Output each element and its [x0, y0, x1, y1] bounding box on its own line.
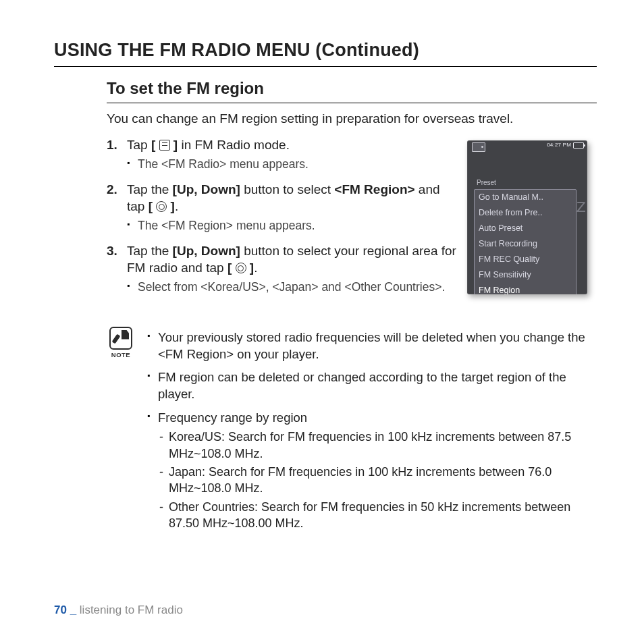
footer-section: listening to FM radio: [80, 603, 183, 616]
step-text: Tap the: [127, 182, 173, 196]
battery-icon: [573, 142, 584, 149]
status-time: 04:27 PM: [547, 142, 571, 149]
note-bullet: Your previously stored radio frequencies…: [147, 329, 597, 363]
section-heading: To set the FM region: [107, 78, 597, 103]
step-text: .: [175, 199, 178, 213]
step-number: 2.: [107, 181, 117, 198]
step-text: button to select: [240, 182, 334, 196]
bold-text: [Up, Down]: [173, 244, 240, 258]
step-text: .: [254, 261, 257, 275]
note-text: Frequency range by region: [158, 410, 307, 425]
sub-bullet: Select from <Korea/US>, <Japan> and <Oth…: [127, 279, 458, 296]
select-icon: [156, 201, 167, 212]
bold-text: [Up, Down]: [173, 182, 240, 196]
page-heading: USING THE FM RADIO MENU (Continued): [54, 38, 597, 67]
freq-range: Japan: Search for FM frequencies in 100 …: [169, 465, 552, 495]
menu-item: Auto Preset: [475, 221, 576, 236]
step-2: 2. Tap the [Up, Down] button to select <…: [107, 181, 458, 234]
intro-text: You can change an FM region setting in p…: [107, 110, 597, 128]
sub-bullet: The <FM Radio> menu appears.: [127, 157, 458, 173]
menu-item: FM Sensitivity: [475, 267, 576, 283]
menu-icon: [159, 140, 170, 151]
step-text: in FM Radio mode.: [178, 138, 290, 152]
dash-line: Korea/US: Search for FM frequencies in 1…: [159, 429, 597, 462]
step-number: 1.: [107, 136, 117, 154]
footer-sep: _: [67, 603, 80, 616]
note-bullet: Frequency range by region Korea/US: Sear…: [147, 410, 597, 531]
menu-item: Go to Manual M..: [475, 190, 576, 205]
menu-panel: Go to Manual M..Delete from Pre..Auto Pr…: [474, 189, 576, 294]
bracket: [: [149, 199, 153, 213]
menu-item: FM Region: [475, 283, 576, 295]
page-number: 70: [54, 603, 67, 616]
step-text: Tap the: [127, 244, 173, 258]
menu-item: Start Recording: [475, 236, 576, 252]
device-screenshot: 04:27 PM Preset Hz Go to Manual M..Delet…: [467, 140, 587, 294]
note-bullet: FM region can be deleted or changed acco…: [147, 369, 597, 403]
radio-icon: [472, 142, 485, 152]
page-footer: 70 _ listening to FM radio: [54, 603, 183, 618]
note-label: NOTE: [107, 351, 135, 360]
step-text: Tap: [127, 138, 151, 152]
freq-range: Korea/US: Search for FM frequencies in 1…: [169, 430, 571, 460]
dash-line: Other Countries: Search for FM frequenci…: [159, 499, 597, 532]
sub-bullet: The <FM Region> menu appears.: [127, 218, 458, 234]
bracket: [: [227, 261, 232, 275]
note-icon: [109, 327, 132, 350]
preset-label: Preset: [477, 178, 496, 188]
select-icon: [236, 263, 246, 273]
menu-item: Delete from Pre..: [475, 205, 576, 221]
step-1: 1. Tap [ ] in FM Radio mode. The <FM Rad…: [107, 136, 458, 172]
dash-line: Japan: Search for FM frequencies in 100 …: [159, 464, 597, 497]
freq-range: Other Countries: Search for FM frequenci…: [169, 500, 570, 530]
menu-item: FM REC Quality: [475, 252, 576, 267]
step-number: 3.: [107, 242, 117, 260]
bracket: [: [151, 138, 155, 152]
step-3: 3. Tap the [Up, Down] button to select y…: [107, 242, 458, 296]
bold-text: <FM Region>: [334, 182, 414, 196]
